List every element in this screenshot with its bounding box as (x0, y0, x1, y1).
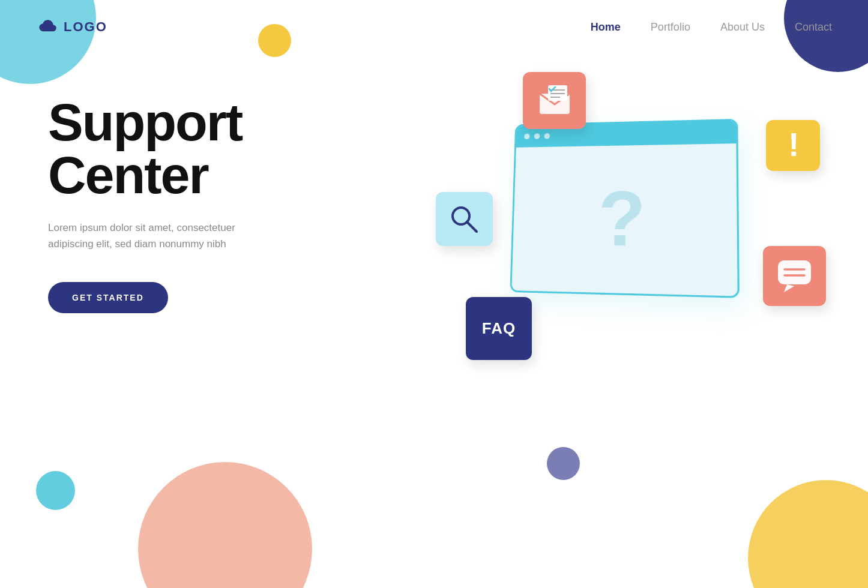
search-icon (448, 203, 481, 236)
logo-area: LOGO (36, 19, 107, 35)
card-chat (763, 246, 826, 306)
faq-label: FAQ (482, 319, 516, 338)
card-alert: ! (766, 120, 820, 171)
svg-line-6 (467, 222, 477, 232)
logo-icon (36, 19, 58, 35)
svg-marker-9 (784, 284, 794, 292)
nav-contact[interactable]: Contact (795, 21, 832, 34)
email-icon (536, 84, 573, 117)
browser-dot-1 (524, 134, 530, 140)
question-mark: ? (598, 179, 646, 258)
hero-section: Support Center Lorem ipsum dolor sit ame… (48, 96, 336, 313)
card-email (523, 72, 586, 129)
logo-text: LOGO (64, 19, 107, 35)
svg-rect-8 (778, 260, 811, 284)
illustration-area: ? FAQ ! (412, 72, 832, 432)
deco-circle-peach-bottom (138, 462, 312, 588)
navbar: LOGO Home Portfolio About Us Contact (0, 0, 868, 54)
nav-about[interactable]: About Us (720, 21, 765, 34)
get-started-button[interactable]: GET STARTED (48, 282, 168, 313)
hero-subtitle: Lorem ipsum dolor sit amet, consectetuer… (48, 220, 276, 252)
svg-text:!: ! (788, 128, 800, 163)
deco-circle-yellow-bottomright (748, 480, 868, 588)
alert-icon: ! (781, 128, 805, 163)
browser-dot-2 (534, 133, 540, 139)
nav-links: Home Portfolio About Us Contact (591, 21, 832, 34)
browser-body: ? (511, 143, 737, 296)
card-search (436, 192, 493, 246)
hero-title: Support Center (48, 96, 336, 202)
browser-dot-3 (544, 133, 550, 139)
nav-home[interactable]: Home (591, 21, 621, 34)
chat-icon (775, 257, 814, 295)
nav-portfolio[interactable]: Portfolio (651, 21, 690, 34)
deco-circle-purple-bottom (547, 447, 580, 480)
deco-circle-teal-bottomleft (36, 471, 75, 510)
browser-window: ? (510, 119, 740, 298)
card-faq: FAQ (466, 297, 532, 360)
